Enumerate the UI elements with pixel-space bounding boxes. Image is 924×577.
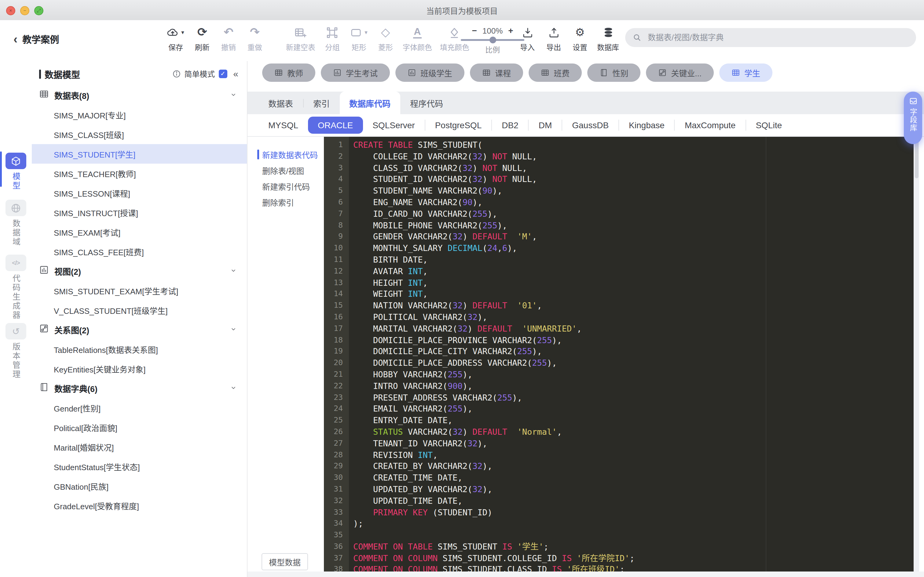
rectangle-button[interactable]: ▼矩形 bbox=[350, 25, 368, 52]
tree-item[interactable]: Political[政治面貌] bbox=[32, 417, 247, 437]
doc-tab[interactable]: 索引 bbox=[304, 92, 339, 114]
tree-item[interactable]: SMIS_STUDENT_EXAM[学生考试] bbox=[32, 281, 247, 300]
zoom-in-button[interactable]: + bbox=[508, 26, 513, 35]
entity-tab[interactable]: 关键业... bbox=[646, 63, 714, 82]
save-button[interactable]: ▼保存 bbox=[166, 25, 185, 52]
tree-item[interactable]: SIMS_CLASS[班级] bbox=[32, 124, 247, 144]
entity-tab[interactable]: 学生 bbox=[719, 63, 772, 82]
field-library-tab[interactable]: 字段库 bbox=[904, 92, 922, 144]
nav-model[interactable]: 模型 bbox=[0, 153, 32, 190]
info-icon[interactable] bbox=[172, 69, 181, 78]
tree-item[interactable]: Gender[性别] bbox=[32, 398, 247, 417]
database-button[interactable]: 数据库 bbox=[597, 25, 619, 52]
code-text: ); bbox=[349, 518, 363, 530]
nav-code-generator[interactable]: </>代码生成器 bbox=[0, 255, 32, 320]
zoom-out-button[interactable]: − bbox=[472, 26, 477, 35]
entity-tab[interactable]: 班费 bbox=[528, 63, 582, 82]
zoom-slider-handle[interactable] bbox=[489, 37, 496, 44]
tree-group-label: 数据字典(6) bbox=[54, 382, 97, 395]
settings-button[interactable]: ⚙设置 bbox=[571, 25, 589, 52]
zoom-slider[interactable] bbox=[461, 39, 524, 41]
code-menu-item[interactable]: 删除表/视图 bbox=[247, 163, 324, 178]
line-number: 25 bbox=[324, 414, 349, 426]
dialect-tab[interactable]: DB2 bbox=[492, 117, 528, 134]
nav-data-domain[interactable]: 数据域 bbox=[0, 200, 32, 247]
search-input[interactable] bbox=[646, 32, 909, 43]
tree-item[interactable]: SIMS_MAJOR[专业] bbox=[32, 105, 247, 124]
code-line: 9 GENDER VARCHAR2(32) DEFAULT 'M', bbox=[324, 231, 914, 243]
tree-item[interactable]: Marital[婚姻状况] bbox=[32, 437, 247, 457]
tree-item[interactable]: SIMS_EXAM[考试] bbox=[32, 222, 247, 242]
export-button[interactable]: 导出 bbox=[544, 25, 563, 52]
undo-icon: ↶ bbox=[224, 25, 233, 40]
cloud-up-icon: ▼ bbox=[166, 25, 185, 40]
entity-tab[interactable]: 学生考试 bbox=[321, 63, 390, 82]
tree-item[interactable]: KeyEntities[关键业务对象] bbox=[32, 359, 247, 379]
tree-item[interactable]: StudentStatus[学生状态] bbox=[32, 457, 247, 476]
tree-group-header[interactable]: 视图(2) bbox=[32, 261, 247, 281]
tree-item[interactable]: V_CLASS_STUDENT[班级学生] bbox=[32, 300, 247, 320]
dialect-tab[interactable]: MYSQL bbox=[258, 117, 308, 134]
entity-tab[interactable]: 课程 bbox=[470, 63, 523, 82]
tree-item[interactable]: SIMS_LESSON[课程] bbox=[32, 183, 247, 203]
entity-tab-label: 学生 bbox=[744, 67, 760, 79]
code-line: 35 bbox=[324, 529, 914, 541]
search-box[interactable] bbox=[625, 28, 916, 47]
editor-scrollbar-thumb[interactable] bbox=[914, 139, 918, 178]
code-menu-item[interactable]: 新建索引代码 bbox=[247, 178, 324, 194]
dialect-tab[interactable]: SQLServer bbox=[363, 117, 425, 134]
tree-item[interactable]: SIMS_TEACHER[教师] bbox=[32, 164, 247, 183]
diamond-button[interactable]: ◇菱形 bbox=[376, 25, 395, 52]
chevron-down-icon[interactable] bbox=[230, 324, 237, 335]
dialect-tab[interactable]: GaussDB bbox=[562, 117, 619, 134]
search-icon bbox=[633, 33, 642, 42]
chevron-down-icon[interactable] bbox=[230, 266, 237, 277]
dialect-tab[interactable]: MaxCompute bbox=[675, 117, 746, 134]
tree-group-header[interactable]: 关系图(2) bbox=[32, 320, 247, 340]
chevron-down-icon[interactable] bbox=[230, 383, 237, 394]
model-data-button[interactable]: 模型数据 bbox=[262, 553, 308, 570]
font-color-button[interactable]: A字体颜色 bbox=[403, 25, 432, 52]
window-titlebar: × − ⤢ 当前项目为模板项目 bbox=[0, 0, 924, 21]
entity-tab[interactable]: 性别 bbox=[587, 63, 640, 82]
code-menu-item[interactable]: 删除索引 bbox=[247, 194, 324, 210]
entity-tab[interactable]: 班级学生 bbox=[396, 63, 464, 82]
entity-tab[interactable]: 教师 bbox=[262, 63, 315, 82]
dialect-tab[interactable]: ORACLE bbox=[308, 117, 363, 134]
tree-item[interactable]: GradeLevel[受教育程度] bbox=[32, 496, 247, 515]
nav-version-manage[interactable]: ↺版本管理 bbox=[0, 323, 32, 379]
dialect-tab[interactable]: PostgreSQL bbox=[425, 117, 492, 134]
entity-tab-bar: 教师学生考试班级学生课程班费性别关键业...学生 bbox=[262, 63, 772, 82]
collapse-panel-button[interactable]: « bbox=[233, 68, 238, 79]
dialect-tab[interactable]: SQLite bbox=[746, 117, 792, 134]
line-number: 5 bbox=[324, 185, 349, 197]
tree-item[interactable]: SIMS_STUDENT[学生] bbox=[32, 144, 247, 164]
dialect-tab[interactable]: Kingbase bbox=[619, 117, 674, 134]
tree-group-header[interactable]: 数据表(8) bbox=[32, 85, 247, 105]
rectangle-label: 矩形 bbox=[352, 42, 367, 52]
undo-button[interactable]: ↶撤销 bbox=[220, 25, 238, 52]
tree-item[interactable]: SIMS_INSTRUCT[授课] bbox=[32, 203, 247, 222]
sql-code-editor[interactable]: 1CREATE TABLE SIMS_STUDENT(2 COLLEGE_ID … bbox=[324, 137, 914, 572]
doc-tab[interactable]: 数据库代码 bbox=[339, 92, 400, 114]
group-button[interactable]: 分组 bbox=[323, 25, 342, 52]
doc-tab[interactable]: 数据表 bbox=[258, 92, 303, 114]
code-menu-item[interactable]: 新建数据表代码 bbox=[247, 147, 324, 163]
dialect-tab[interactable]: DM bbox=[529, 117, 562, 134]
refresh-button[interactable]: ⟳刷新 bbox=[193, 25, 212, 52]
chevron-down-icon[interactable] bbox=[230, 90, 237, 101]
simple-mode-checkbox[interactable]: ✓ bbox=[218, 69, 227, 78]
redo-button[interactable]: ↷重做 bbox=[246, 25, 264, 52]
back-to-project-list[interactable]: ‹ 教学案例 bbox=[13, 32, 59, 45]
line-number: 4 bbox=[324, 174, 349, 185]
tree-group-header[interactable]: 数据字典(6) bbox=[32, 379, 247, 398]
group-label: 分组 bbox=[325, 42, 340, 52]
code-line: 37COMMENT ON COLUMN SIMS_STUDENT.COLLEGE… bbox=[324, 552, 914, 564]
doc-tab[interactable]: 程序代码 bbox=[400, 92, 453, 114]
tree-item[interactable]: TableRelations[数据表关系图] bbox=[32, 340, 247, 359]
import-button[interactable]: 导入 bbox=[518, 25, 536, 52]
tree-item[interactable]: GBNation[民族] bbox=[32, 476, 247, 496]
editor-scrollbar[interactable] bbox=[914, 137, 919, 572]
tree-item[interactable]: SIMS_CLASS_FEE[班费] bbox=[32, 242, 247, 261]
new-empty-table-button[interactable]: 新建空表 bbox=[286, 25, 315, 52]
